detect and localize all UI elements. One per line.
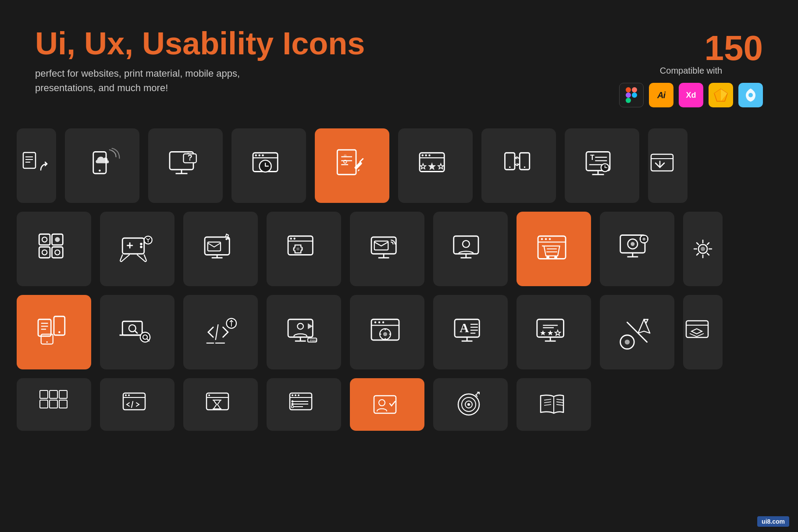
icon-cell-target-arrow bbox=[433, 378, 508, 431]
xd-icon-badge: Xd bbox=[679, 83, 703, 107]
svg-point-41 bbox=[524, 167, 525, 168]
svg-point-8 bbox=[748, 93, 753, 97]
svg-line-195 bbox=[544, 402, 551, 403]
svg-rect-1 bbox=[632, 87, 637, 92]
svg-line-196 bbox=[544, 404, 551, 405]
svg-point-99 bbox=[642, 238, 645, 241]
icon-row-2 bbox=[0, 208, 798, 290]
icon-cell-monitor-music-mail bbox=[183, 212, 258, 286]
svg-point-92 bbox=[554, 256, 557, 259]
icon-cell-monitor-text-settings: T bbox=[565, 128, 639, 203]
svg-point-4 bbox=[632, 92, 637, 98]
compat-icons: Ai Xd bbox=[619, 83, 763, 107]
svg-point-36 bbox=[425, 154, 427, 156]
svg-point-69 bbox=[225, 238, 228, 240]
svg-rect-160 bbox=[40, 390, 48, 398]
svg-point-110 bbox=[46, 341, 48, 343]
icon-cell-grid-settings-bottom bbox=[17, 378, 91, 431]
icon-row-3: msg A bbox=[0, 291, 798, 373]
craft-icon-badge bbox=[738, 83, 763, 107]
svg-point-70 bbox=[228, 238, 230, 240]
svg-line-194 bbox=[544, 399, 551, 400]
icon-cell-browser-stars bbox=[398, 128, 473, 203]
svg-point-76 bbox=[293, 238, 296, 240]
svg-point-37 bbox=[428, 154, 431, 156]
icon-cell-code-settings bbox=[183, 295, 258, 369]
svg-point-59 bbox=[42, 250, 47, 255]
svg-point-112 bbox=[58, 331, 61, 333]
svg-line-116 bbox=[135, 331, 137, 333]
icon-cell-monitor-settings bbox=[600, 212, 674, 286]
icon-cell-browser-filter bbox=[648, 128, 688, 203]
header: Ui, Ux, Usability Icons perfect for webs… bbox=[0, 0, 798, 125]
svg-rect-161 bbox=[50, 390, 57, 398]
icon-cell-compass-design bbox=[600, 295, 674, 369]
svg-point-185 bbox=[292, 403, 294, 405]
svg-line-120 bbox=[216, 325, 218, 340]
svg-point-132 bbox=[374, 321, 377, 323]
svg-point-178 bbox=[292, 394, 293, 396]
svg-point-192 bbox=[467, 403, 470, 406]
icon-cell-monitor-teacher: msg bbox=[267, 295, 341, 369]
svg-rect-3 bbox=[626, 98, 631, 103]
svg-point-21 bbox=[258, 154, 260, 156]
ai-icon-badge: Ai bbox=[649, 83, 673, 107]
icon-cell-id-card-check bbox=[350, 378, 424, 431]
svg-point-77 bbox=[296, 248, 299, 251]
icon-cell-monitor-typography: A bbox=[433, 295, 508, 369]
svg-point-91 bbox=[546, 256, 549, 259]
icon-cell bbox=[17, 128, 56, 203]
icon-cell-browser-clock bbox=[232, 128, 306, 203]
icon-cell-monitor-user bbox=[433, 212, 508, 286]
svg-point-57 bbox=[42, 237, 47, 242]
icon-cell-monitor-audio-mail bbox=[350, 212, 424, 286]
svg-line-199 bbox=[556, 404, 563, 405]
svg-point-58 bbox=[55, 237, 60, 242]
svg-rect-55 bbox=[39, 247, 50, 258]
svg-line-170 bbox=[132, 401, 133, 408]
svg-point-22 bbox=[262, 154, 264, 156]
svg-rect-67 bbox=[205, 237, 229, 255]
svg-rect-164 bbox=[50, 400, 57, 408]
svg-rect-0 bbox=[626, 87, 631, 92]
icon-cell-gear-settings bbox=[683, 212, 723, 286]
svg-text:A: A bbox=[460, 321, 469, 335]
svg-text:msg: msg bbox=[310, 338, 317, 342]
svg-point-125 bbox=[297, 323, 303, 330]
svg-point-133 bbox=[378, 321, 381, 323]
svg-point-30 bbox=[344, 154, 347, 157]
svg-point-39 bbox=[509, 167, 510, 168]
icon-cell-browser-gear bbox=[350, 295, 424, 369]
icon-cell-browser-list bbox=[267, 378, 341, 431]
icon-cell-mobile-cloud bbox=[65, 128, 139, 203]
svg-point-35 bbox=[422, 154, 424, 156]
title-section: Ui, Ux, Usability Icons perfect for webs… bbox=[35, 26, 365, 95]
svg-text:?: ? bbox=[188, 153, 192, 162]
svg-point-95 bbox=[631, 242, 634, 246]
svg-point-134 bbox=[382, 321, 385, 323]
svg-rect-9 bbox=[23, 153, 36, 168]
svg-line-198 bbox=[556, 402, 563, 403]
icon-cell-browser-puzzle bbox=[267, 212, 341, 286]
icon-cell-phone-sync bbox=[481, 128, 556, 203]
icon-cell-open-book bbox=[517, 378, 591, 431]
svg-rect-2 bbox=[626, 92, 631, 98]
svg-point-180 bbox=[298, 394, 299, 396]
figma-icon-badge bbox=[619, 83, 644, 107]
icon-cell-game-settings bbox=[100, 212, 175, 286]
icon-cell-monitor-question: ? ? bbox=[148, 128, 223, 203]
svg-point-89 bbox=[545, 238, 547, 240]
watermark: ui8.com bbox=[757, 516, 789, 527]
icon-cell-browser-hourglass bbox=[183, 378, 258, 431]
svg-point-64 bbox=[140, 243, 142, 245]
svg-rect-165 bbox=[59, 400, 67, 408]
svg-line-197 bbox=[556, 399, 563, 400]
svg-rect-162 bbox=[59, 390, 67, 398]
icons-grid: ? ? bbox=[0, 125, 798, 434]
svg-rect-56 bbox=[52, 247, 63, 258]
svg-point-156 bbox=[625, 340, 630, 344]
svg-point-88 bbox=[541, 238, 543, 240]
icon-cell-monitor-stars bbox=[517, 295, 591, 369]
icon-cell-settings-grid bbox=[17, 212, 91, 286]
svg-rect-78 bbox=[371, 237, 396, 254]
